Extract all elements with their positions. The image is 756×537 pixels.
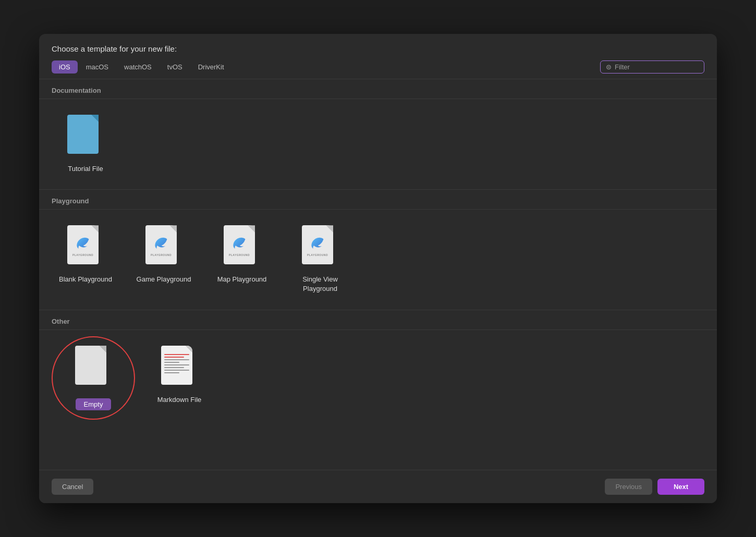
cancel-button[interactable]: Cancel bbox=[52, 479, 93, 495]
markdown-line bbox=[164, 367, 184, 368]
playground-items: PLAYGROUND Blank Playground PLAYGROUND bbox=[39, 210, 717, 310]
swift-logo bbox=[153, 236, 169, 252]
list-item[interactable]: Empty bbox=[52, 340, 135, 416]
game-playground-icon-wrapper: PLAYGROUND bbox=[145, 225, 182, 270]
content-area: Documentation Tutorial File Playground bbox=[39, 79, 717, 470]
tab-macos[interactable]: macOS bbox=[79, 60, 116, 74]
corner-fold bbox=[91, 115, 99, 122]
list-item[interactable]: PLAYGROUND Single View Playground bbox=[286, 220, 354, 299]
corner-fold bbox=[91, 225, 99, 233]
blank-playground-label: Blank Playground bbox=[59, 275, 112, 284]
list-item[interactable]: PLAYGROUND Map Playground bbox=[208, 220, 276, 299]
filter-icon: ⊜ bbox=[606, 63, 612, 71]
tutorial-file-label: Tutorial File bbox=[68, 164, 103, 174]
other-items: Empty bbox=[39, 330, 717, 426]
list-item[interactable]: Markdown File bbox=[145, 340, 213, 416]
empty-file-icon bbox=[75, 346, 106, 385]
markdown-line bbox=[164, 370, 189, 371]
markdown-line bbox=[164, 372, 179, 373]
playground-icon: PLAYGROUND bbox=[145, 225, 177, 264]
other-section: Other Empty bbox=[39, 310, 717, 426]
corner-fold bbox=[169, 225, 177, 233]
corner-fold bbox=[326, 225, 333, 233]
markdown-line bbox=[164, 364, 189, 365]
next-button[interactable]: Next bbox=[657, 479, 704, 495]
tutorial-icon bbox=[67, 115, 99, 154]
single-view-playground-icon-wrapper: PLAYGROUND bbox=[302, 225, 338, 270]
dialog-title: Choose a template for your new file: bbox=[39, 34, 717, 60]
playground-section: Playground bbox=[39, 190, 717, 310]
footer-right: Previous Next bbox=[605, 479, 704, 495]
corner-fold bbox=[185, 346, 192, 353]
empty-label: Empty bbox=[76, 398, 112, 410]
single-view-playground-label: Single View Playground bbox=[291, 275, 349, 294]
tab-driverkit[interactable]: DriverKit bbox=[191, 60, 231, 74]
tab-ios[interactable]: iOS bbox=[52, 60, 78, 74]
map-playground-label: Map Playground bbox=[217, 275, 267, 284]
tab-bar: iOS macOS watchOS tvOS DriverKit ⊜ bbox=[39, 60, 717, 79]
list-item[interactable]: PLAYGROUND Game Playground bbox=[130, 220, 198, 299]
tab-group: iOS macOS watchOS tvOS DriverKit bbox=[52, 60, 600, 74]
playground-icon: PLAYGROUND bbox=[67, 225, 99, 264]
swift-logo bbox=[75, 236, 91, 252]
markdown-lines bbox=[164, 354, 189, 375]
previous-button[interactable]: Previous bbox=[605, 479, 652, 495]
map-playground-icon-wrapper: PLAYGROUND bbox=[224, 225, 260, 270]
markdown-file-icon bbox=[161, 346, 192, 385]
documentation-header: Documentation bbox=[39, 79, 717, 99]
markdown-line bbox=[164, 354, 189, 355]
filter-input[interactable] bbox=[615, 63, 699, 71]
other-header: Other bbox=[39, 310, 717, 330]
playground-icon: PLAYGROUND bbox=[302, 225, 333, 264]
tutorial-file-icon-wrapper bbox=[67, 115, 104, 159]
markdown-line bbox=[164, 357, 184, 358]
empty-icon-wrapper bbox=[75, 346, 112, 390]
game-playground-label: Game Playground bbox=[137, 275, 191, 284]
playground-label: PLAYGROUND bbox=[72, 253, 93, 257]
template-dialog: Choose a template for your new file: iOS… bbox=[39, 34, 717, 503]
corner-fold bbox=[99, 346, 106, 353]
tab-watchos[interactable]: watchOS bbox=[117, 60, 159, 74]
playground-header: Playground bbox=[39, 190, 717, 210]
blank-playground-icon-wrapper: PLAYGROUND bbox=[67, 225, 104, 270]
markdown-line bbox=[164, 359, 189, 360]
playground-label: PLAYGROUND bbox=[229, 253, 250, 257]
markdown-icon-wrapper bbox=[161, 346, 198, 390]
markdown-file-label: Markdown File bbox=[157, 395, 202, 405]
playground-label: PLAYGROUND bbox=[151, 253, 172, 257]
swift-logo bbox=[309, 236, 326, 252]
tab-tvos[interactable]: tvOS bbox=[160, 60, 190, 74]
playground-icon: PLAYGROUND bbox=[224, 225, 255, 264]
list-item[interactable]: PLAYGROUND Blank Playground bbox=[52, 220, 119, 299]
swift-logo bbox=[231, 236, 248, 252]
playground-label: PLAYGROUND bbox=[307, 253, 328, 257]
list-item[interactable]: Tutorial File bbox=[52, 109, 119, 179]
markdown-line bbox=[164, 362, 179, 363]
filter-wrapper: ⊜ bbox=[600, 60, 704, 74]
dialog-footer: Cancel Previous Next bbox=[39, 470, 717, 503]
documentation-section: Documentation Tutorial File bbox=[39, 79, 717, 190]
corner-fold bbox=[248, 225, 255, 233]
documentation-items: Tutorial File bbox=[39, 99, 717, 190]
